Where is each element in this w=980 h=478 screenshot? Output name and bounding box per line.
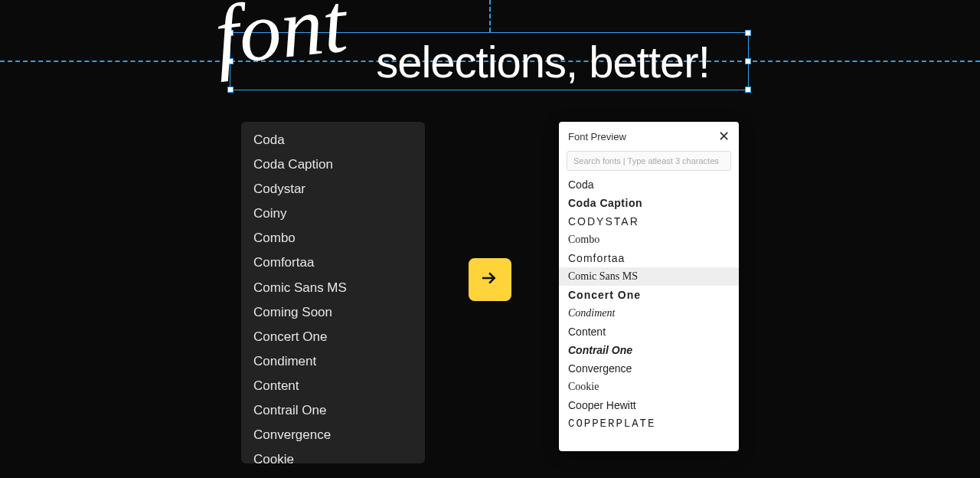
font-preview-item[interactable]: Contrail One (559, 341, 739, 359)
font-search-input[interactable]: Search fonts | Type atleast 3 charactes (567, 151, 731, 171)
font-preview-item[interactable]: Comfortaa (559, 249, 739, 267)
resize-handle-top-left[interactable] (227, 30, 234, 36)
font-preview-item[interactable]: Cookie (559, 378, 739, 396)
resize-handle-bottom-left[interactable] (227, 87, 234, 93)
font-preview-title: Font Preview (568, 131, 626, 142)
alignment-guide-vertical (489, 0, 491, 32)
font-preview-item[interactable]: Combo (559, 231, 739, 249)
font-list-item[interactable]: Coming Soon (241, 300, 425, 325)
font-list-item[interactable]: Contrail One (241, 398, 425, 423)
font-preview-item[interactable]: Content (559, 322, 739, 341)
font-preview-item[interactable]: CODYSTAR (559, 212, 739, 231)
font-list-item[interactable]: Comfortaa (241, 250, 425, 275)
font-list-item[interactable]: Coda Caption (241, 152, 425, 177)
font-preview-item[interactable]: Convergence (559, 359, 739, 378)
font-list-item[interactable]: Cookie (241, 447, 425, 472)
font-list-item[interactable]: Convergence (241, 423, 425, 447)
font-preview-item[interactable]: Condiment (559, 304, 739, 322)
font-preview-item[interactable]: Cooper Hewitt (559, 396, 739, 414)
font-list-item[interactable]: Content (241, 374, 425, 398)
headline-script-word: font (211, 0, 351, 78)
plain-font-list-panel: CodaCoda CaptionCodystarCoinyComboComfor… (241, 122, 425, 463)
headline-rest: selections, better! (376, 36, 710, 87)
font-preview-item[interactable]: Copperplate (559, 414, 739, 433)
font-list-item[interactable]: Comic Sans MS (241, 276, 425, 300)
selected-text-frame[interactable]: font selections, better! (230, 32, 749, 90)
resize-handle-middle-left[interactable] (227, 58, 234, 64)
arrow-right-icon (479, 267, 501, 293)
arrow-badge (469, 258, 511, 301)
close-icon[interactable]: ✕ (718, 129, 730, 143)
font-preview-item[interactable]: Coda Caption (559, 194, 739, 212)
font-preview-list: CodaCoda CaptionCODYSTARComboComfortaaCo… (559, 175, 739, 451)
font-preview-item[interactable]: Coda (559, 175, 739, 194)
font-list-item[interactable]: Codystar (241, 177, 425, 201)
resize-handle-top-right[interactable] (745, 30, 751, 36)
font-list-item[interactable]: Condiment (241, 349, 425, 374)
font-list-item[interactable]: Coda (241, 128, 425, 152)
font-list-item[interactable]: Concert One (241, 325, 425, 349)
font-preview-item[interactable]: Concert One (559, 286, 739, 304)
resize-handle-middle-right[interactable] (745, 58, 751, 64)
font-list-item[interactable]: Coiny (241, 201, 425, 226)
font-preview-item[interactable]: Comic Sans MS (559, 267, 739, 286)
font-preview-panel: Font Preview ✕ Search fonts | Type atlea… (559, 122, 739, 451)
font-list-item[interactable]: Combo (241, 226, 425, 250)
resize-handle-bottom-right[interactable] (745, 87, 751, 93)
